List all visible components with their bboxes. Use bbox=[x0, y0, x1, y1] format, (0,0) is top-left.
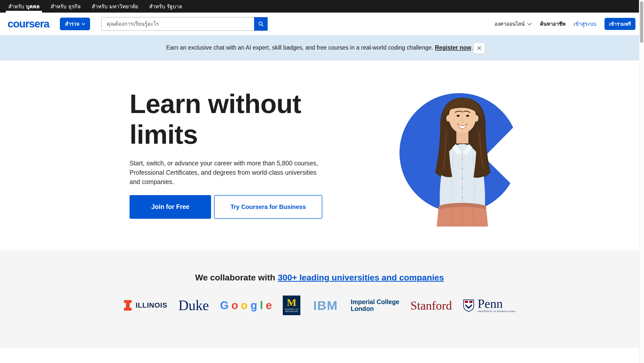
scrollbar-thumb[interactable] bbox=[640, 1, 643, 43]
collaborate-link[interactable]: 300+ leading universities and companies bbox=[278, 273, 444, 282]
penn-shield-icon bbox=[463, 299, 474, 312]
find-careers-link[interactable]: ค้นหาอาชีพ bbox=[540, 20, 565, 28]
topnav-prefix: สำหรับ bbox=[51, 2, 66, 11]
stanford-logo: Stanford bbox=[410, 299, 452, 312]
online-degrees-label: องศาออนไลน์ bbox=[495, 20, 525, 28]
promo-suffix: . bbox=[471, 44, 473, 51]
michigan-block-m: M bbox=[287, 298, 296, 307]
chevron-down-icon bbox=[527, 23, 532, 25]
hero-description: Start, switch, or advance your career wi… bbox=[130, 159, 326, 187]
imperial-line1: Imperial College bbox=[351, 299, 399, 305]
hero-image bbox=[399, 93, 519, 227]
google-letter: o bbox=[231, 299, 238, 312]
hero-section: Learn without limits Start, switch, or a… bbox=[0, 60, 639, 250]
duke-wordmark: Duke bbox=[178, 297, 209, 313]
topnav-businesses[interactable]: สำหรับ ธุรกิจ bbox=[48, 0, 83, 13]
illinois-block-i-icon bbox=[123, 299, 133, 312]
imperial-logo: Imperial College London bbox=[351, 299, 399, 312]
explore-label: สำรวจ bbox=[65, 20, 79, 28]
hero-copy: Learn without limits Start, switch, or a… bbox=[130, 89, 328, 219]
google-letter: g bbox=[250, 299, 257, 312]
hero-cta-row: Join for Free Try Coursera for Business bbox=[130, 195, 328, 219]
penn-subtext: UNIVERSITY of PENNSYLVANIA bbox=[477, 310, 516, 313]
collaborate-title: We collaborate with300+ leading universi… bbox=[0, 273, 639, 282]
topnav-prefix: สำหรับ bbox=[92, 2, 108, 11]
hero-title: Learn without limits bbox=[130, 89, 311, 150]
topnav-universities[interactable]: สำหรับ มหาวิทยาลัย bbox=[89, 0, 141, 13]
promo-banner: Earn an exclusive chat with an AI expert… bbox=[0, 35, 639, 60]
promo-message: Earn an exclusive chat with an AI expert… bbox=[166, 44, 433, 51]
search-bar bbox=[101, 17, 268, 31]
michigan-line1: UNIVERSITY OF bbox=[285, 308, 299, 310]
topnav-governments[interactable]: สำหรับ รัฐบาล bbox=[147, 0, 185, 13]
topnav-label: ธุรกิจ bbox=[68, 2, 80, 11]
imperial-line2: London bbox=[351, 305, 399, 312]
illinois-wordmark: ILLINOIS bbox=[136, 301, 167, 309]
illinois-logo: ILLINOIS bbox=[123, 299, 167, 312]
close-icon bbox=[477, 46, 481, 50]
try-coursera-business-button[interactable]: Try Coursera for Business bbox=[214, 195, 322, 219]
topnav-label: รัฐบาล bbox=[167, 2, 182, 11]
coursera-homepage: สำหรับ บุคคล สำหรับ ธุรกิจ สำหรับ มหาวิท… bbox=[0, 0, 639, 363]
search-button[interactable] bbox=[254, 17, 268, 31]
login-link[interactable]: เข้าสู่ระบบ bbox=[574, 20, 596, 28]
ibm-logo: IBM bbox=[311, 299, 340, 311]
michigan-line2: MICHIGAN bbox=[286, 310, 298, 313]
search-input[interactable] bbox=[101, 17, 254, 31]
topnav-label: มหาวิทยาลัย bbox=[109, 2, 138, 11]
online-degrees-menu[interactable]: องศาออนไลน์ bbox=[495, 20, 532, 28]
explore-button[interactable]: สำรวจ bbox=[60, 18, 90, 30]
chevron-down-icon bbox=[82, 23, 85, 25]
topnav-prefix: สำหรับ bbox=[8, 2, 24, 11]
meta-nav: สำหรับ บุคคล สำหรับ ธุรกิจ สำหรับ มหาวิท… bbox=[0, 0, 639, 13]
google-letter: e bbox=[266, 299, 272, 312]
penn-logo: Penn UNIVERSITY of PENNSYLVANIA bbox=[463, 298, 516, 313]
banner-close-button[interactable] bbox=[473, 42, 485, 54]
google-letter: l bbox=[260, 299, 263, 312]
topnav-prefix: สำหรับ bbox=[149, 2, 165, 11]
scrollbar-track[interactable] bbox=[639, 0, 644, 363]
promo-text: Earn an exclusive chat with an AI expert… bbox=[166, 44, 473, 51]
stanford-wordmark: Stanford bbox=[410, 299, 452, 312]
partner-logos: ILLINOIS Duke Google M UNIVERSITY OF MIC… bbox=[0, 296, 639, 315]
collaborate-prefix: We collaborate with bbox=[195, 273, 275, 282]
duke-logo: Duke bbox=[178, 297, 209, 313]
collaborate-section: We collaborate with300+ leading universi… bbox=[0, 250, 639, 348]
topnav-label: บุคคล bbox=[26, 2, 39, 11]
penn-wordmark: Penn bbox=[477, 298, 503, 309]
coursera-logo[interactable]: coursera bbox=[8, 18, 49, 30]
register-now-link[interactable]: Register now bbox=[435, 44, 471, 51]
main-header: coursera สำรวจ องศาออนไลน์ ค้นหาอาชี bbox=[0, 13, 639, 35]
search-icon bbox=[258, 21, 264, 27]
google-letter: o bbox=[241, 299, 248, 312]
join-free-button[interactable]: เข้าร่วมฟรี bbox=[605, 18, 635, 30]
google-logo: Google bbox=[220, 299, 272, 312]
join-for-free-button[interactable]: Join for Free bbox=[130, 195, 211, 219]
google-letter: G bbox=[220, 299, 228, 312]
hero-c-illustration bbox=[399, 93, 519, 227]
header-links: องศาออนไลน์ ค้นหาอาชีพ เข้าสู่ระบบ เข้าร… bbox=[495, 18, 635, 30]
topnav-individuals[interactable]: สำหรับ บุคคล bbox=[6, 0, 42, 13]
michigan-logo: M UNIVERSITY OF MICHIGAN bbox=[283, 296, 300, 315]
ibm-wordmark: IBM bbox=[313, 299, 338, 311]
